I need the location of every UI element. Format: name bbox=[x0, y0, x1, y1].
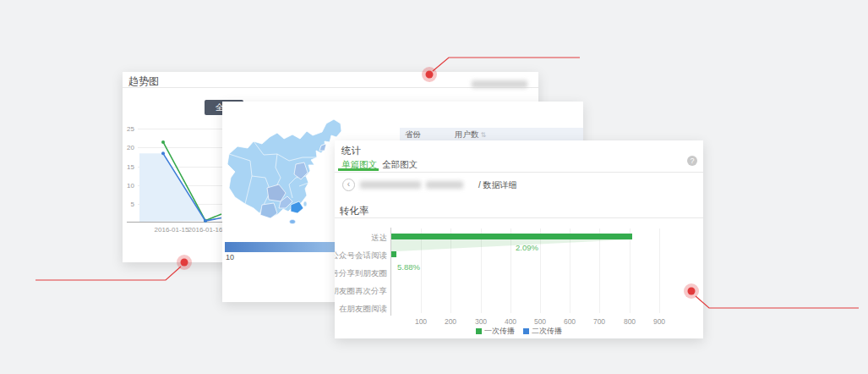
funnel-category-label: 从公众号分享到朋友圈 bbox=[335, 268, 387, 279]
legend-item: 二次传播 bbox=[523, 326, 562, 337]
v-gridline bbox=[630, 228, 631, 313]
funnel-category-label: 在朋友圈再次分享 bbox=[335, 286, 387, 297]
v-gridline bbox=[481, 228, 482, 313]
funnel-category-label: 送达 bbox=[371, 233, 387, 244]
legend-swatch bbox=[523, 328, 529, 334]
funnel-category-label: 在朋友圈阅读 bbox=[339, 304, 387, 315]
stats-card-title: 统计 bbox=[341, 145, 361, 157]
callout-line-right bbox=[684, 283, 859, 308]
page: 趋势图 全部 2520151052016-01-152016-01-16 省份用… bbox=[0, 0, 868, 374]
v-gridline bbox=[510, 228, 511, 313]
x-tick-label: 100 bbox=[408, 317, 434, 326]
x-tick-label: 500 bbox=[527, 317, 553, 326]
v-gridline bbox=[540, 228, 541, 313]
sort-icon[interactable]: ⇅ bbox=[481, 131, 487, 139]
trend-lines bbox=[127, 123, 222, 228]
breadcrumb: / 数据详细 bbox=[478, 179, 517, 191]
tab-all-articles[interactable]: 全部图文 bbox=[382, 159, 418, 171]
v-gridline bbox=[659, 228, 660, 313]
funnel-category-label: 公众号会话阅读 bbox=[335, 250, 387, 261]
y-axis-line bbox=[390, 228, 391, 316]
province-taiwan bbox=[303, 201, 307, 206]
help-icon[interactable]: ? bbox=[687, 156, 697, 166]
x-tick-label: 900 bbox=[647, 317, 672, 326]
china-map[interactable] bbox=[221, 117, 348, 245]
chart-legend: 一次传播二次传播 bbox=[335, 326, 703, 337]
back-icon[interactable]: ‹ bbox=[342, 179, 355, 191]
legend-label: 二次传播 bbox=[532, 326, 562, 337]
x-tick-label: 600 bbox=[557, 317, 582, 326]
v-gridline bbox=[421, 228, 422, 313]
v-gridline bbox=[570, 228, 570, 313]
province-hainan bbox=[290, 220, 296, 224]
x-tick-label: 700 bbox=[587, 317, 612, 326]
table-column-users[interactable]: 用户数⇅ bbox=[455, 129, 486, 140]
section-title-conversion: 转化率 bbox=[340, 205, 369, 217]
x-tick-label: 300 bbox=[468, 317, 494, 326]
map-scale-min-label: 10 bbox=[226, 253, 234, 261]
blurred-article-title bbox=[360, 181, 421, 189]
region-table-header: 省份用户数⇅ bbox=[400, 128, 583, 141]
v-gridline bbox=[450, 228, 451, 313]
conversion-rate-label: 5.88% bbox=[397, 262, 420, 272]
section-divider bbox=[335, 217, 703, 218]
active-tab-underline bbox=[338, 168, 379, 171]
x-tick-label: 200 bbox=[438, 317, 463, 326]
funnel-bar bbox=[391, 251, 396, 257]
statistics-card: 统计 单篇图文全部图文 ? ‹ / 数据详细 转化率 送达公众号会话阅读从公众号… bbox=[335, 140, 703, 338]
blurred-account-text bbox=[472, 80, 527, 88]
legend-swatch bbox=[476, 328, 482, 334]
legend-label: 一次传播 bbox=[484, 326, 515, 337]
tab-divider bbox=[335, 172, 703, 173]
x-tick-label: 800 bbox=[617, 317, 642, 326]
v-gridline bbox=[599, 228, 600, 313]
conversion-rate-label: 2.09% bbox=[516, 243, 538, 252]
table-column-province: 省份 bbox=[405, 129, 421, 140]
legend-item: 一次传播 bbox=[476, 326, 515, 337]
funnel-bar bbox=[391, 234, 632, 239]
x-tick-label: 400 bbox=[498, 317, 523, 326]
blurred-article-title-2 bbox=[426, 181, 463, 189]
